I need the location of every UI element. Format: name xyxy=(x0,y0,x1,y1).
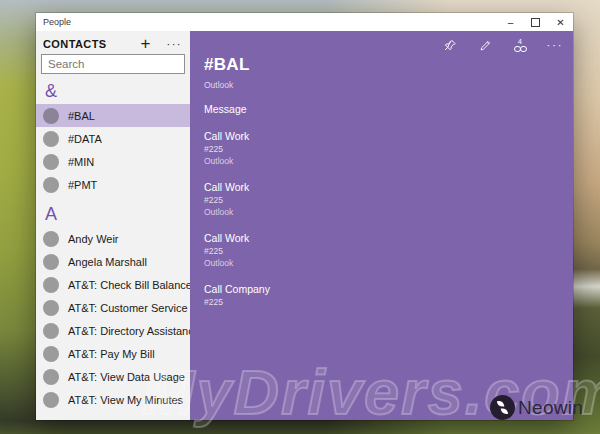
entry-label: Call Work xyxy=(204,181,573,193)
see-more-button[interactable]: ··· xyxy=(547,37,563,53)
app-title: People xyxy=(43,17,71,27)
contact-name: AT&T: Check Bill Balance xyxy=(68,279,190,291)
contact-name: #MIN xyxy=(68,156,94,168)
avatar xyxy=(43,346,59,362)
avatar xyxy=(43,277,59,293)
close-icon: ✕ xyxy=(556,17,564,28)
link-icon xyxy=(514,46,527,52)
contact-row[interactable]: AT&T: Check Bill Balance xyxy=(36,273,190,296)
contact-row[interactable]: #DATA xyxy=(36,127,190,150)
contact-detail-account: Outlook xyxy=(204,80,573,90)
pin-icon xyxy=(443,38,457,52)
edit-button[interactable] xyxy=(477,37,493,53)
close-button[interactable]: ✕ xyxy=(548,13,573,31)
contact-row[interactable]: #BAL xyxy=(36,104,190,127)
avatar xyxy=(43,369,59,385)
contact-name: #PMT xyxy=(68,179,97,191)
entry-value: #225 xyxy=(204,297,573,307)
desktop-background: People – ✕ CONTACTS + ··· & xyxy=(0,0,600,434)
contact-name: AT&T: Pay My Bill xyxy=(68,348,155,360)
neowin-logo-text: Neowin xyxy=(518,397,583,419)
entry-account: Outlook xyxy=(204,207,573,217)
contact-row[interactable]: AT&T: Pay My Bill xyxy=(36,342,190,365)
contact-row[interactable]: Andy Weir xyxy=(36,227,190,250)
contact-row[interactable]: AT&T: View My Minutes xyxy=(36,388,190,411)
avatar xyxy=(43,323,59,339)
message-action[interactable]: Message xyxy=(204,103,573,115)
sidebar-more-button[interactable]: ··· xyxy=(167,40,183,48)
entry-label: Call Company xyxy=(204,283,573,295)
contact-row[interactable]: Angela Marshall xyxy=(36,250,190,273)
contacts-sidebar: CONTACTS + ··· & #BAL #DATA xyxy=(36,31,190,420)
contact-name: AT&T: View Data Usage xyxy=(68,371,185,383)
people-app-window: People – ✕ CONTACTS + ··· & xyxy=(36,13,573,420)
contact-row[interactable]: AT&T: Directory Assistance xyxy=(36,319,190,342)
entry-value: #225 xyxy=(204,195,573,205)
contact-detail-panel: 4 ··· #BAL Outlook Message Call Work #22… xyxy=(190,31,573,420)
contact-detail-name: #BAL xyxy=(204,55,573,75)
minimize-button[interactable]: – xyxy=(498,13,523,31)
contact-name: #BAL xyxy=(68,110,95,122)
avatar xyxy=(43,154,59,170)
entry-value: #225 xyxy=(204,246,573,256)
entry-account: Outlook xyxy=(204,156,573,166)
avatar xyxy=(43,300,59,316)
contact-row[interactable]: AT&T: Customer Service xyxy=(36,296,190,319)
contact-name: Andy Weir xyxy=(68,233,119,245)
pin-button[interactable] xyxy=(442,37,458,53)
add-contact-button[interactable]: + xyxy=(141,38,151,50)
contact-entry[interactable]: Call Work #225 Outlook xyxy=(204,232,573,268)
titlebar[interactable]: People – ✕ xyxy=(36,13,573,31)
contact-name: AT&T: Directory Assistance xyxy=(68,325,190,337)
avatar xyxy=(43,177,59,193)
contact-row[interactable]: #PMT xyxy=(36,173,190,196)
neowin-logo-icon xyxy=(490,395,515,420)
caption-buttons: – ✕ xyxy=(498,13,573,31)
minimize-icon: – xyxy=(508,17,514,28)
group-letter-amp: & xyxy=(36,74,190,104)
maximize-button[interactable] xyxy=(523,13,548,31)
pencil-icon xyxy=(479,39,492,52)
sidebar-actions: + ··· xyxy=(141,38,182,50)
maximize-icon xyxy=(531,18,540,27)
entry-account: Outlook xyxy=(204,258,573,268)
contact-entry[interactable]: Call Work #225 Outlook xyxy=(204,181,573,217)
avatar xyxy=(43,231,59,247)
contact-entry[interactable]: Call Company #225 xyxy=(204,283,573,307)
ellipsis-icon: ··· xyxy=(547,41,564,49)
contact-name: AT&T: Customer Service xyxy=(68,302,188,314)
search-input[interactable] xyxy=(41,54,185,74)
window-content: CONTACTS + ··· & #BAL #DATA xyxy=(36,31,573,420)
entry-value: #225 xyxy=(204,144,573,154)
contact-row[interactable]: AT&T: View Data Usage xyxy=(36,365,190,388)
entry-label: Call Work xyxy=(204,232,573,244)
entry-label: Call Work xyxy=(204,130,573,142)
contact-name: #DATA xyxy=(68,133,102,145)
contact-entry[interactable]: Call Work #225 Outlook xyxy=(204,130,573,166)
sidebar-header: CONTACTS + ··· xyxy=(36,31,190,51)
avatar xyxy=(43,108,59,124)
avatar xyxy=(43,131,59,147)
contact-row[interactable]: #MIN xyxy=(36,150,190,173)
detail-toolbar: 4 ··· xyxy=(442,37,563,53)
contacts-heading: CONTACTS xyxy=(43,38,107,50)
avatar xyxy=(43,254,59,270)
neowin-logo: Neowin xyxy=(490,395,583,420)
linked-count: 4 xyxy=(518,38,522,45)
contact-name: Angela Marshall xyxy=(68,256,147,268)
linked-profiles-button[interactable]: 4 xyxy=(512,37,528,53)
contact-name: AT&T: View My Minutes xyxy=(68,394,183,406)
group-letter-a: A xyxy=(36,196,190,227)
avatar xyxy=(43,392,59,408)
